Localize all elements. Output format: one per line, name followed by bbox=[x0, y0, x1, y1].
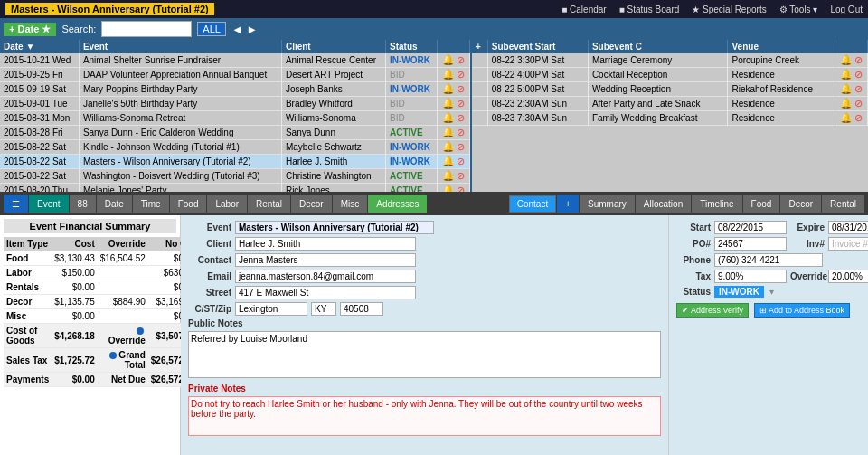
nav-arrows[interactable]: ◄ ► bbox=[231, 23, 258, 36]
tab-date[interactable]: Date bbox=[97, 195, 132, 213]
se-delete-icon[interactable]: ⊘ bbox=[854, 112, 863, 123]
delete-icon[interactable]: ⊘ bbox=[457, 127, 465, 137]
col-venue[interactable]: Venue bbox=[728, 40, 835, 53]
edit-icon[interactable]: 🔔 bbox=[442, 98, 455, 109]
se-col1 bbox=[472, 53, 487, 68]
fin-override bbox=[98, 266, 148, 280]
table-row[interactable]: 08-22 5:00PM Sat Wedding Reception Rieka… bbox=[472, 82, 868, 97]
delete-icon[interactable]: ⊘ bbox=[457, 98, 465, 109]
tab-food[interactable]: Food bbox=[170, 195, 207, 213]
edit-icon[interactable]: 🔔 bbox=[442, 170, 455, 181]
se-name: Marriage Ceremony bbox=[588, 53, 728, 68]
se-delete-icon[interactable]: ⊘ bbox=[854, 54, 863, 65]
status-arrow[interactable]: ▾ bbox=[769, 287, 774, 297]
search-input[interactable] bbox=[101, 21, 192, 37]
fin-col-cost: Cost bbox=[52, 237, 98, 251]
tab-decor-right[interactable]: Decor bbox=[780, 195, 821, 213]
se-edit-icon[interactable]: 🔔 bbox=[840, 112, 853, 123]
status-board-link[interactable]: ■ Status Board bbox=[619, 5, 680, 14]
table-row[interactable]: 2015-08-28 Fri Sanya Dunn - Eric Caldero… bbox=[0, 126, 470, 140]
table-row[interactable]: 2015-09-01 Tue Janelle's 50th Birthday P… bbox=[0, 97, 470, 111]
address-verify-button[interactable]: ✔ Address Verify bbox=[676, 303, 749, 318]
tab-menu[interactable]: ☰ bbox=[4, 195, 28, 213]
tab-time[interactable]: Time bbox=[133, 195, 169, 213]
private-notes-input[interactable]: Do not try to reach Harlee Smith or her … bbox=[188, 396, 661, 436]
delete-icon[interactable]: ⊘ bbox=[457, 170, 465, 181]
delete-icon[interactable]: ⊘ bbox=[457, 69, 465, 80]
tab-misc[interactable]: Misc bbox=[333, 195, 368, 213]
fin-override bbox=[98, 280, 148, 295]
col-subevent-start[interactable]: Subevent Start bbox=[487, 40, 588, 53]
fin-override: $884.90 bbox=[98, 295, 148, 309]
table-row[interactable]: 2015-08-20 Thu Melanie Jones' Party Rick… bbox=[0, 184, 470, 193]
delete-icon[interactable]: ⊘ bbox=[457, 54, 465, 65]
edit-icon[interactable]: 🔔 bbox=[442, 127, 455, 137]
col-date[interactable]: Date ▼ bbox=[0, 40, 79, 53]
edit-icon[interactable]: 🔔 bbox=[442, 141, 455, 152]
delete-icon[interactable]: ⊘ bbox=[457, 83, 465, 94]
table-row[interactable]: 2015-08-22 Sat Masters - Wilson Annivers… bbox=[0, 155, 470, 169]
table-row[interactable]: 2015-09-25 Fri DAAP Volunteer Appreciati… bbox=[0, 68, 470, 82]
tab-rental[interactable]: Rental bbox=[248, 195, 290, 213]
tab-allocation[interactable]: Allocation bbox=[636, 195, 691, 213]
tab-plus[interactable]: + bbox=[557, 195, 579, 213]
col-client[interactable]: Client bbox=[281, 40, 385, 53]
city-value: Lexington bbox=[235, 302, 307, 316]
se-delete-icon[interactable]: ⊘ bbox=[854, 83, 863, 94]
add-to-address-button[interactable]: ⊞ Add to Address Book bbox=[754, 303, 850, 318]
table-row[interactable]: 08-23 7:30AM Sun Family Wedding Breakfas… bbox=[472, 111, 868, 126]
table-row[interactable]: 2015-09-19 Sat Mary Poppins Birthday Par… bbox=[0, 82, 470, 97]
tab-contact[interactable]: Contact bbox=[509, 195, 556, 213]
public-notes-input[interactable]: Referred by Louise Moorland bbox=[188, 331, 661, 378]
cstz-label: C/ST/Zip bbox=[188, 304, 231, 314]
tab-addresses[interactable]: Addresses bbox=[368, 195, 427, 213]
col-status[interactable]: Status bbox=[385, 40, 437, 53]
calendar-link[interactable]: ■ Calendar bbox=[561, 5, 606, 14]
col-subevent-name[interactable]: Subevent C bbox=[588, 40, 728, 53]
se-edit-icon[interactable]: 🔔 bbox=[840, 69, 853, 80]
edit-icon[interactable]: 🔔 bbox=[442, 185, 455, 192]
delete-icon[interactable]: ⊘ bbox=[457, 112, 465, 123]
tools-link[interactable]: ⚙ Tools ▾ bbox=[779, 5, 818, 14]
edit-icon[interactable]: 🔔 bbox=[442, 69, 455, 80]
event-actions: 🔔 ⊘ bbox=[438, 155, 470, 169]
tab-timeline[interactable]: Timeline bbox=[692, 195, 741, 213]
edit-icon[interactable]: 🔔 bbox=[442, 156, 455, 166]
se-delete-icon[interactable]: ⊘ bbox=[854, 98, 863, 109]
table-row[interactable]: 08-22 4:00PM Sat Cocktail Reception Resi… bbox=[472, 68, 868, 82]
edit-icon[interactable]: 🔔 bbox=[442, 112, 455, 123]
table-row[interactable]: 2015-08-31 Mon Williams-Sonoma Retreat W… bbox=[0, 111, 470, 126]
delete-icon[interactable]: ⊘ bbox=[457, 156, 465, 166]
col-subevent-plus[interactable]: + bbox=[472, 40, 487, 53]
se-delete-icon[interactable]: ⊘ bbox=[854, 69, 863, 80]
tab-labor[interactable]: Labor bbox=[207, 195, 247, 213]
special-reports-link[interactable]: ★ Special Reports bbox=[692, 5, 766, 14]
add-date-button[interactable]: + Date ★ bbox=[4, 23, 56, 36]
tab-event[interactable]: Event bbox=[29, 195, 69, 213]
edit-icon[interactable]: 🔔 bbox=[442, 54, 455, 65]
tab-rental-right[interactable]: Rental bbox=[822, 195, 864, 213]
tab-decor[interactable]: Decor bbox=[291, 195, 332, 213]
logout-link[interactable]: Log Out bbox=[830, 5, 863, 14]
se-start: 08-22 5:00PM Sat bbox=[487, 82, 588, 97]
table-row[interactable]: 08-23 2:30AM Sun After Party and Late Sn… bbox=[472, 97, 868, 111]
detail-row-phone: Phone (760) 324-4221 bbox=[676, 253, 861, 267]
financial-rows: Food $3,130.43 $16,504.52 $0.00 Labor $1… bbox=[4, 251, 199, 387]
all-button[interactable]: ALL bbox=[197, 22, 226, 36]
table-row[interactable]: 2015-10-21 Wed Animal Shelter Sunrise Fu… bbox=[0, 53, 470, 68]
delete-icon[interactable]: ⊘ bbox=[457, 141, 465, 152]
right-tabs: Contact + Summary Allocation Timeline Fo… bbox=[509, 195, 864, 213]
table-row[interactable]: 2015-08-22 Sat Kindle - Johnson Wedding … bbox=[0, 140, 470, 155]
tab-summary[interactable]: Summary bbox=[580, 195, 635, 213]
tab-food-right[interactable]: Food bbox=[743, 195, 780, 213]
se-edit-icon[interactable]: 🔔 bbox=[840, 83, 853, 94]
se-edit-icon[interactable]: 🔔 bbox=[840, 98, 853, 109]
se-edit-icon[interactable]: 🔔 bbox=[840, 54, 853, 65]
table-row[interactable]: 2015-08-22 Sat Washington - Boisvert Wed… bbox=[0, 169, 470, 184]
table-row[interactable]: 08-22 3:30PM Sat Marriage Ceremony Porcu… bbox=[472, 53, 868, 68]
delete-icon[interactable]: ⊘ bbox=[457, 185, 465, 192]
event-date: 2015-08-28 Fri bbox=[0, 126, 79, 140]
tab-88[interactable]: 88 bbox=[70, 195, 96, 213]
col-event-name[interactable]: Event bbox=[79, 40, 281, 53]
edit-icon[interactable]: 🔔 bbox=[442, 83, 455, 94]
